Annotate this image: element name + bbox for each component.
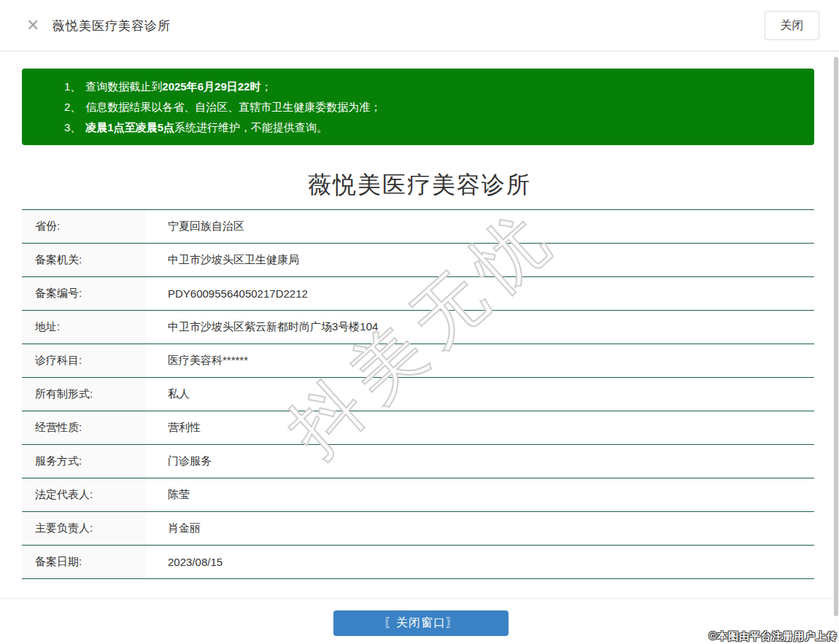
record-info-table: 省份: 宁夏回族自治区 备案机关: 中卫市沙坡头区卫生健康局 备案编号: PDY… [22,209,814,579]
notice-text: 信息数据结果以各省、自治区、直辖市卫生健康委数据为准； [85,101,381,113]
field-label: 省份: [22,210,146,243]
field-label: 备案日期: [22,546,146,578]
notice-text-bold: 2025年6月29日22时 [162,80,260,93]
notice-line-number: 3、 [64,117,81,138]
field-value: PDY60095564050217D2212 [146,277,814,310]
record-detail-page: ✕ 薇悦美医疗美容诊所 关闭 1、查询数据截止到2025年6月29日22时； 2… [0,0,839,644]
notice-text: ； [260,80,271,93]
notice-banner: 1、查询数据截止到2025年6月29日22时； 2、信息数据结果以各省、自治区、… [22,69,814,145]
header-bar: ✕ 薇悦美医疗美容诊所 关闭 [0,0,839,52]
upload-credit-watermark: ©本图由平台注册用户上传 [709,630,838,643]
field-label: 法定代表人: [22,478,146,511]
table-row: 诊疗科目: 医疗美容科****** [22,344,814,378]
clinic-title: 薇悦美医疗美容诊所 [0,169,839,201]
field-label: 诊疗科目: [22,344,146,377]
notice-text-bold: 凌晨1点至凌晨5点 [85,121,174,133]
field-label: 备案机关: [22,244,146,276]
field-label: 地址: [22,311,146,344]
table-row: 备案日期: 2023/08/15 [22,546,814,579]
footer-divider [0,598,839,599]
table-row: 地址: 中卫市沙坡头区紫云新都时尚广场3号楼104 [22,311,814,344]
field-value: 私人 [146,378,814,411]
table-row: 备案机关: 中卫市沙坡头区卫生健康局 [22,244,814,277]
notice-line-2: 2、信息数据结果以各省、自治区、直辖市卫生健康委数据为准； [64,97,800,117]
notice-line-number: 1、 [64,77,81,97]
header-title: 薇悦美医疗美容诊所 [53,18,171,34]
field-value: 陈莹 [146,478,814,511]
field-label: 主要负责人: [22,512,146,545]
table-row: 法定代表人: 陈莹 [22,478,814,512]
close-window-button[interactable]: 〖关闭窗口〗 [333,610,509,636]
field-label: 所有制形式: [22,378,146,411]
field-label: 服务方式: [22,445,146,478]
field-value: 中卫市沙坡头区卫生健康局 [146,244,814,276]
notice-text: 系统进行维护，不能提供查询。 [174,121,328,133]
table-row: 服务方式: 门诊服务 [22,445,814,478]
notice-line-1: 1、查询数据截止到2025年6月29日22时； [64,77,800,97]
close-button[interactable]: 关闭 [765,11,819,40]
table-row: 经营性质: 营利性 [22,411,814,445]
field-value: 营利性 [146,411,814,444]
table-row: 省份: 宁夏回族自治区 [22,210,814,244]
close-x-icon[interactable]: ✕ [26,16,39,35]
table-row: 备案编号: PDY60095564050217D2212 [22,277,814,311]
field-label: 备案编号: [22,277,146,310]
field-value: 2023/08/15 [146,546,814,578]
scrollbar-track[interactable] [833,53,839,644]
table-row: 主要负责人: 肖金丽 [22,512,814,546]
notice-line-3: 3、凌晨1点至凌晨5点系统进行维护，不能提供查询。 [64,117,800,138]
notice-text: 查询数据截止到 [85,80,162,93]
scrollbar-thumb[interactable] [834,57,838,616]
field-value: 门诊服务 [146,445,814,478]
field-value: 中卫市沙坡头区紫云新都时尚广场3号楼104 [146,311,814,344]
field-label: 经营性质: [22,411,146,444]
notice-line-number: 2、 [64,97,81,117]
field-value: 医疗美容科****** [146,344,814,377]
table-row: 所有制形式: 私人 [22,378,814,411]
field-value: 宁夏回族自治区 [146,210,814,243]
field-value: 肖金丽 [146,512,814,545]
